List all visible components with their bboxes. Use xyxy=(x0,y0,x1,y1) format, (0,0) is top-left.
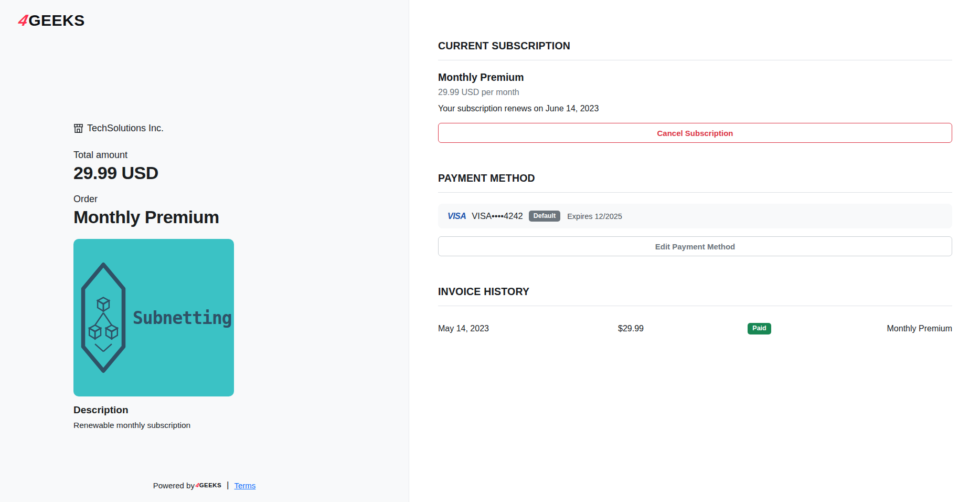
description-text: Renewable monthly subscription xyxy=(73,421,234,430)
total-amount-label: Total amount xyxy=(73,150,234,161)
powered-by-footer: Powered by 4GEEKS | Terms xyxy=(0,480,409,490)
description-label: Description xyxy=(73,404,234,416)
card-expiry: Expires 12/2025 xyxy=(567,212,622,221)
invoice-amount: $29.99 xyxy=(618,324,644,333)
product-image: Subnetting xyxy=(73,239,234,396)
paid-badge: Paid xyxy=(748,323,771,334)
total-amount-value: 29.99 USD xyxy=(73,163,234,183)
payment-method-row: VISA VISA••••4242 Default Expires 12/202… xyxy=(438,204,952,228)
invoice-product: Monthly Premium xyxy=(887,324,952,333)
terms-link[interactable]: Terms xyxy=(234,481,255,490)
storefront-icon xyxy=(73,123,83,133)
divider xyxy=(438,192,952,193)
product-image-title: Subnetting xyxy=(133,308,232,328)
divider xyxy=(438,306,952,306)
subscription-management-panel: CURRENT SUBSCRIPTION Monthly Premium 29.… xyxy=(409,0,980,502)
divider xyxy=(438,60,952,60)
invoice-date: May 14, 2023 xyxy=(438,324,567,333)
order-label: Order xyxy=(73,194,234,205)
footer-brand-logo: 4GEEKS xyxy=(196,482,221,488)
footer-brand-text: GEEKS xyxy=(199,482,221,488)
order-summary: TechSolutions Inc. Total amount 29.99 US… xyxy=(73,123,234,430)
checkout-summary-panel: 4GEEKS TechSolutions Inc. Total amount 2… xyxy=(0,0,409,502)
brand-logo-text: GEEKS xyxy=(28,13,85,28)
current-subscription-heading: CURRENT SUBSCRIPTION xyxy=(438,40,952,52)
invoice-history-heading: INVOICE HISTORY xyxy=(438,286,952,298)
plan-name: Monthly Premium xyxy=(438,71,952,83)
powered-by-label: Powered by xyxy=(153,481,195,490)
payment-method-heading: PAYMENT METHOD xyxy=(438,172,952,184)
brand-logo: 4GEEKS xyxy=(19,13,85,28)
plan-price: 29.99 USD per month xyxy=(438,88,952,97)
order-product-name: Monthly Premium xyxy=(73,207,234,227)
footer-separator: | xyxy=(227,480,229,490)
merchant-name: TechSolutions Inc. xyxy=(87,123,164,134)
card-number: VISA••••4242 xyxy=(472,211,523,221)
renewal-text: Your subscription renews on June 14, 202… xyxy=(438,104,952,113)
merchant-row: TechSolutions Inc. xyxy=(73,123,234,134)
hexagon-cubes-icon xyxy=(79,255,127,380)
cancel-subscription-button[interactable]: Cancel Subscription xyxy=(438,123,952,143)
invoice-row: May 14, 2023 $29.99 Paid Monthly Premium xyxy=(438,323,952,334)
visa-logo-icon: VISA xyxy=(448,212,466,221)
default-badge: Default xyxy=(529,211,560,222)
edit-payment-method-button[interactable]: Edit Payment Method xyxy=(438,236,952,256)
